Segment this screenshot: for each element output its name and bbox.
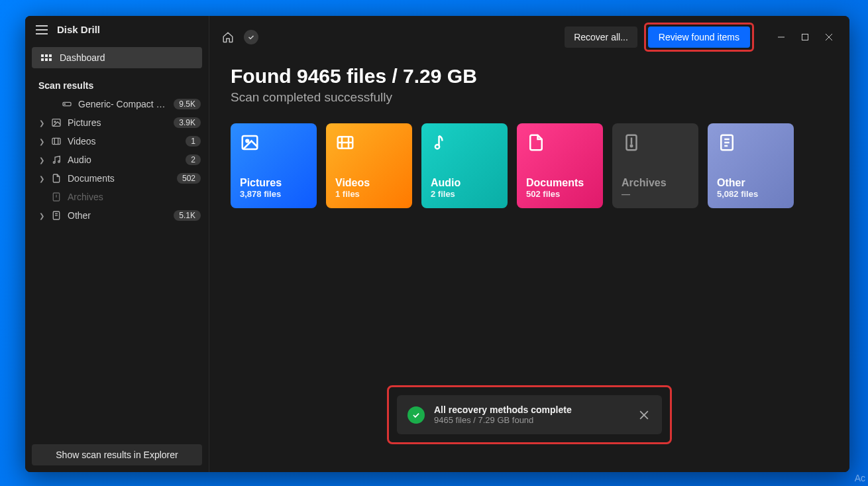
card-title: Audio <box>431 177 498 189</box>
check-icon <box>407 406 425 424</box>
review-found-items-button[interactable]: Review found items <box>648 27 750 48</box>
count-badge: 9.5K <box>174 99 201 109</box>
card-title: Other <box>717 177 785 189</box>
toast-title: All recovery methods complete <box>434 404 627 415</box>
count-badge: 3.9K <box>174 117 201 128</box>
card-archives[interactable]: Archives— <box>612 123 698 208</box>
category-cards: Pictures3,878 filesVideos1 filesAudio2 f… <box>231 123 828 208</box>
sidebar-item-label: Generic- Compact Flash... <box>78 99 168 109</box>
recover-all-button[interactable]: Recover all... <box>565 27 637 48</box>
dashboard-label: Dashboard <box>60 52 105 63</box>
card-other[interactable]: Other5,082 files <box>708 123 794 208</box>
sidebar-item-pictures[interactable]: ❯Pictures3.9K <box>25 113 209 132</box>
card-title: Documents <box>526 177 594 189</box>
sidebar-item-videos[interactable]: ❯Videos1 <box>25 132 209 151</box>
sidebar-item-audio[interactable]: ❯Audio2 <box>25 151 209 169</box>
chevron-right-icon: ❯ <box>38 156 45 164</box>
doc-icon <box>50 173 62 184</box>
svg-point-8 <box>58 160 60 162</box>
svg-point-7 <box>53 162 55 164</box>
toast-wrapper: All recovery methods complete 9465 files… <box>387 385 672 444</box>
app-title: Disk Drill <box>57 24 100 35</box>
home-button[interactable] <box>219 28 237 46</box>
doc-icon <box>526 133 594 152</box>
count-badge: 502 <box>177 173 201 184</box>
sidebar-header: Disk Drill <box>25 16 209 43</box>
sidebar-item-label: Archives <box>68 192 201 202</box>
sidebar-tree: Generic- Compact Flash...9.5K❯Pictures3.… <box>25 95 209 225</box>
toast-highlight: All recovery methods complete 9465 files… <box>387 385 672 444</box>
svg-point-3 <box>54 121 56 123</box>
svg-point-27 <box>631 145 633 147</box>
page-subtitle: Scan completed successfully <box>231 90 828 105</box>
card-title: Videos <box>335 177 403 189</box>
sidebar-item-label: Pictures <box>68 117 168 128</box>
show-in-explorer-button[interactable]: Show scan results in Explorer <box>32 444 202 465</box>
card-pictures[interactable]: Pictures3,878 files <box>231 123 317 208</box>
dashboard-button[interactable]: Dashboard <box>32 47 202 68</box>
svg-rect-15 <box>802 34 808 40</box>
minimize-button[interactable] <box>770 28 792 46</box>
page-title: Found 9465 files / 7.29 GB <box>231 65 828 88</box>
card-sub: 2 files <box>431 189 498 199</box>
image-icon <box>240 133 307 152</box>
review-highlight: Review found items <box>644 23 754 52</box>
toast-close-button[interactable] <box>637 408 651 422</box>
count-badge: 5.1K <box>174 210 201 221</box>
close-button[interactable] <box>818 28 840 46</box>
card-title: Pictures <box>240 177 307 189</box>
app-window: Disk Drill Dashboard Scan results Generi… <box>25 16 849 472</box>
card-sub: — <box>622 189 689 199</box>
sidebar-item-archives: Archives <box>25 188 209 206</box>
toast-text: All recovery methods complete 9465 files… <box>434 404 627 425</box>
topbar: Recover all... Review found items <box>209 16 849 58</box>
sidebar-item-label: Documents <box>68 173 172 184</box>
sidebar-item-label: Audio <box>68 154 180 165</box>
main-panel: Recover all... Review found items Found … <box>209 16 849 472</box>
check-status-icon[interactable] <box>244 30 258 44</box>
archive-icon <box>622 133 689 152</box>
card-videos[interactable]: Videos1 files <box>326 123 412 208</box>
video-icon <box>335 133 403 152</box>
svg-point-19 <box>246 140 248 143</box>
sidebar-item-other[interactable]: ❯Other5.1K <box>25 206 209 225</box>
card-sub: 1 files <box>335 189 403 199</box>
audio-icon <box>50 154 62 165</box>
sidebar-item-documents[interactable]: ❯Documents502 <box>25 169 209 188</box>
completion-toast: All recovery methods complete 9465 files… <box>397 395 662 434</box>
audio-icon <box>431 133 498 152</box>
drive-icon <box>61 99 73 109</box>
chevron-right-icon: ❯ <box>38 212 45 219</box>
sidebar-footer: Show scan results in Explorer <box>25 438 209 472</box>
other-icon <box>717 133 785 152</box>
svg-point-24 <box>435 145 439 149</box>
card-sub: 3,878 files <box>240 189 307 199</box>
chevron-right-icon: ❯ <box>38 138 45 145</box>
svg-rect-4 <box>52 138 60 144</box>
svg-point-1 <box>64 103 65 104</box>
window-controls <box>770 28 840 46</box>
card-audio[interactable]: Audio2 files <box>421 123 508 208</box>
chevron-right-icon: ❯ <box>38 119 45 127</box>
content-area: Found 9465 files / 7.29 GB Scan complete… <box>209 58 849 215</box>
count-badge: 1 <box>186 136 201 147</box>
archive-icon <box>50 192 62 202</box>
maximize-button[interactable] <box>794 28 816 46</box>
menu-icon[interactable] <box>36 25 48 34</box>
image-icon <box>50 117 62 128</box>
video-icon <box>50 136 62 147</box>
card-sub: 502 files <box>526 189 594 199</box>
chevron-right-icon: ❯ <box>38 175 45 182</box>
sidebar-item-label: Videos <box>68 136 180 147</box>
scan-results-label: Scan results <box>25 72 209 95</box>
card-documents[interactable]: Documents502 files <box>517 123 603 208</box>
toast-sub: 9465 files / 7.29 GB found <box>434 415 627 425</box>
grid-icon <box>41 54 52 61</box>
card-title: Archives <box>622 177 689 189</box>
card-sub: 5,082 files <box>717 189 785 199</box>
count-badge: 2 <box>186 154 201 165</box>
sidebar: Disk Drill Dashboard Scan results Generi… <box>25 16 209 472</box>
sidebar-item-generic-compact-flash-[interactable]: Generic- Compact Flash...9.5K <box>25 95 209 113</box>
sidebar-item-label: Other <box>68 210 168 221</box>
other-icon <box>50 210 62 221</box>
